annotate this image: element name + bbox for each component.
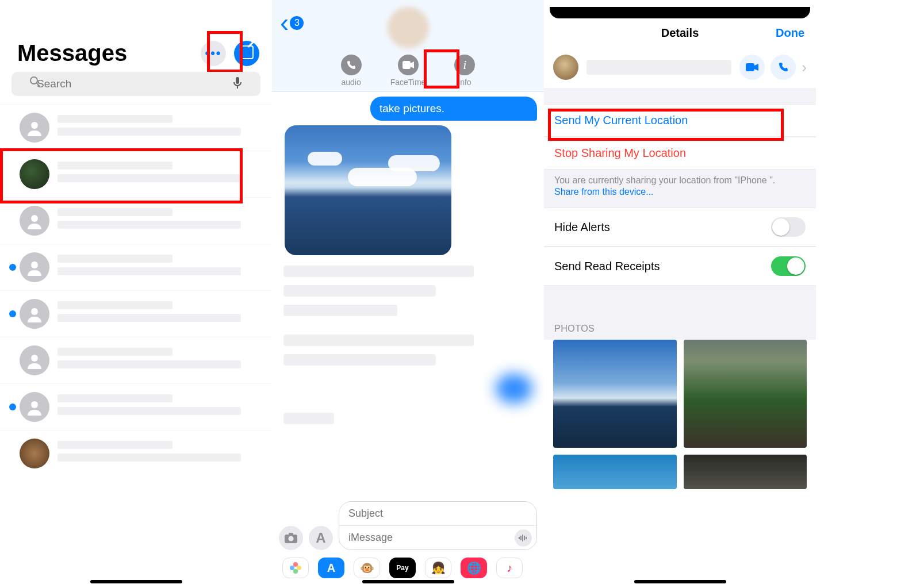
sent-bubble-blur xyxy=(496,374,532,403)
animoji-icon: 👧 xyxy=(431,561,446,575)
subject-input[interactable] xyxy=(339,502,536,526)
conversation-row[interactable] xyxy=(0,430,272,476)
conversation-row[interactable] xyxy=(0,244,272,290)
avatar xyxy=(20,439,49,468)
facetime-video-button[interactable] xyxy=(739,55,765,80)
redacted-text xyxy=(283,413,334,424)
search-input[interactable] xyxy=(12,72,260,96)
video-icon xyxy=(746,63,758,71)
stop-sharing-button[interactable]: Stop Sharing My Location xyxy=(544,137,816,170)
photo-thumbnail[interactable] xyxy=(553,455,677,489)
gif-app[interactable]: 🌐 xyxy=(461,558,487,578)
audio-message-button[interactable] xyxy=(515,529,532,547)
conversation-row[interactable] xyxy=(0,337,272,383)
svg-point-4 xyxy=(31,122,38,129)
hide-alerts-toggle[interactable] xyxy=(771,217,806,237)
read-receipts-toggle[interactable] xyxy=(771,256,806,276)
back-badge: 3 xyxy=(290,16,304,30)
home-indicator[interactable] xyxy=(634,580,726,583)
conversation-row[interactable] xyxy=(0,197,272,244)
info-button[interactable]: i info xyxy=(454,55,475,87)
svg-point-8 xyxy=(31,355,38,362)
photo-thumbnail[interactable] xyxy=(553,340,677,448)
home-indicator[interactable] xyxy=(362,580,454,583)
more-button[interactable]: ••• xyxy=(201,41,226,66)
avatar xyxy=(20,252,49,282)
phone-icon xyxy=(341,55,362,75)
unread-indicator xyxy=(9,264,16,271)
contact-row[interactable]: › xyxy=(544,47,816,88)
conversation-row[interactable] xyxy=(0,151,272,197)
svg-rect-2 xyxy=(236,77,239,84)
hide-alerts-label: Hide Alerts xyxy=(554,221,610,234)
conversation-row[interactable] xyxy=(0,383,272,430)
search-icon xyxy=(29,76,41,87)
photos-section-label: PHOTOS xyxy=(544,291,816,340)
conversation-row[interactable] xyxy=(0,290,272,337)
photo-attachment[interactable] xyxy=(285,125,451,255)
svg-rect-17 xyxy=(524,536,525,540)
dictate-icon[interactable] xyxy=(233,76,242,90)
video-icon xyxy=(398,55,419,75)
animoji-app[interactable]: 👧 xyxy=(425,558,451,578)
details-title: Details xyxy=(661,26,699,40)
svg-point-0 xyxy=(30,77,37,84)
photo-thumbnail[interactable] xyxy=(684,340,807,448)
memoji-icon: 🐵 xyxy=(360,561,374,575)
redacted-text xyxy=(283,354,436,366)
avatar xyxy=(20,299,49,329)
apple-pay-icon: Pay xyxy=(396,564,408,572)
photos-app[interactable] xyxy=(282,558,309,578)
svg-point-22 xyxy=(290,566,294,570)
svg-point-6 xyxy=(31,262,38,268)
compose-icon xyxy=(240,45,254,62)
unread-indicator xyxy=(9,310,16,317)
camera-button[interactable] xyxy=(279,526,303,550)
facetime-button[interactable]: FaceTime xyxy=(390,55,426,87)
call-button[interactable] xyxy=(770,55,796,80)
send-location-label: Send My Current Location xyxy=(554,114,688,127)
redacted-text xyxy=(283,266,474,277)
redacted-text xyxy=(283,305,397,316)
compose-button[interactable] xyxy=(234,41,259,66)
redacted-text xyxy=(283,335,474,346)
done-button[interactable]: Done xyxy=(699,26,804,40)
photos-icon xyxy=(289,561,302,575)
svg-rect-23 xyxy=(746,63,754,71)
svg-point-20 xyxy=(297,566,301,570)
app-store-button[interactable]: A xyxy=(309,526,333,550)
conversation-row[interactable] xyxy=(0,104,272,151)
svg-rect-16 xyxy=(522,535,523,541)
share-from-device-link[interactable]: Share from this device... xyxy=(554,187,806,197)
apple-pay-app[interactable]: Pay xyxy=(389,558,416,578)
avatar xyxy=(20,159,49,189)
sheet-top xyxy=(550,7,810,18)
svg-point-7 xyxy=(31,308,38,315)
photo-thumbnail[interactable] xyxy=(684,455,807,489)
svg-line-1 xyxy=(37,83,40,86)
messages-title: Messages xyxy=(17,40,127,66)
avatar xyxy=(20,113,49,143)
svg-rect-10 xyxy=(402,61,411,69)
audio-call-button[interactable]: audio xyxy=(341,55,362,87)
music-app[interactable]: ♪ xyxy=(496,558,523,578)
waveform-icon xyxy=(519,534,528,542)
imessage-input[interactable] xyxy=(339,526,536,549)
camera-icon xyxy=(284,532,298,544)
memoji-app[interactable]: 🐵 xyxy=(354,558,380,578)
store-app[interactable]: A xyxy=(318,558,344,578)
svg-point-9 xyxy=(31,401,38,408)
svg-rect-18 xyxy=(526,537,527,539)
contact-avatar[interactable] xyxy=(388,7,429,48)
info-icon: i xyxy=(454,55,475,75)
ellipsis-icon: ••• xyxy=(205,46,221,61)
outgoing-bubble: take pictures. xyxy=(370,97,537,121)
home-indicator[interactable] xyxy=(90,580,182,583)
sharing-note: You are currently sharing your location … xyxy=(544,170,816,207)
avatar xyxy=(553,55,578,80)
audio-label: audio xyxy=(342,78,361,87)
read-receipts-label: Send Read Receipts xyxy=(554,260,660,273)
back-button[interactable]: ‹ 3 xyxy=(280,15,304,31)
stop-sharing-label: Stop Sharing My Location xyxy=(554,147,686,160)
send-location-button[interactable]: Send My Current Location xyxy=(544,104,816,137)
